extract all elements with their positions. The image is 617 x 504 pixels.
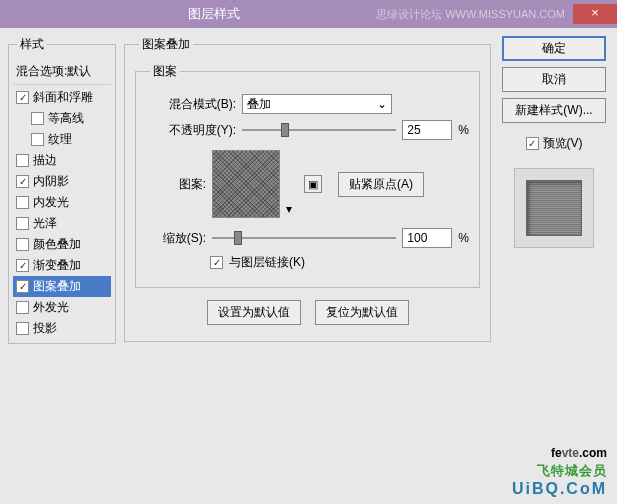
blend-defaults[interactable]: 混合选项:默认 [13, 61, 111, 85]
new-style-button[interactable]: 新建样式(W)... [502, 98, 606, 123]
style-label: 图案叠加 [33, 278, 81, 295]
chevron-down-icon: ⌄ [377, 97, 387, 111]
pattern-sub-legend: 图案 [150, 63, 180, 80]
style-label: 描边 [33, 152, 57, 169]
opacity-label: 不透明度(Y): [146, 122, 236, 139]
preview-checkbox[interactable] [526, 137, 539, 150]
style-label: 光泽 [33, 215, 57, 232]
style-item-7[interactable]: 颜色叠加 [13, 234, 111, 255]
style-label: 斜面和浮雕 [33, 89, 93, 106]
styles-legend: 样式 [17, 36, 47, 53]
new-pattern-icon[interactable]: ▣ [304, 175, 322, 193]
pattern-overlay-panel: 图案叠加 图案 混合模式(B): 叠加 ⌄ 不透明度(Y): % [124, 36, 491, 342]
style-item-6[interactable]: 光泽 [13, 213, 111, 234]
styles-panel: 样式 混合选项:默认 斜面和浮雕等高线纹理描边内阴影内发光光泽颜色叠加渐变叠加图… [8, 36, 116, 344]
preview-label: 预览(V) [543, 135, 583, 152]
chevron-down-icon[interactable]: ▾ [286, 202, 292, 216]
style-item-10[interactable]: 外发光 [13, 297, 111, 318]
style-label: 颜色叠加 [33, 236, 81, 253]
logo-watermark: fevte.com 飞特城会员 UiBQ.CoM [512, 441, 607, 498]
style-item-5[interactable]: 内发光 [13, 192, 111, 213]
style-item-1[interactable]: 等高线 [13, 108, 111, 129]
style-checkbox[interactable] [16, 196, 29, 209]
scale-label: 缩放(S): [146, 230, 206, 247]
style-item-11[interactable]: 投影 [13, 318, 111, 339]
style-label: 内发光 [33, 194, 69, 211]
pattern-label: 图案: [146, 176, 206, 193]
style-checkbox[interactable] [31, 133, 44, 146]
pattern-group: 图案 混合模式(B): 叠加 ⌄ 不透明度(Y): % 图案: [135, 63, 480, 288]
style-item-0[interactable]: 斜面和浮雕 [13, 87, 111, 108]
cancel-button[interactable]: 取消 [502, 67, 606, 92]
style-checkbox[interactable] [16, 154, 29, 167]
style-item-3[interactable]: 描边 [13, 150, 111, 171]
scale-input[interactable] [402, 228, 452, 248]
link-layer-label: 与图层链接(K) [229, 254, 305, 271]
close-button[interactable]: × [573, 4, 617, 24]
style-checkbox[interactable] [16, 175, 29, 188]
style-item-4[interactable]: 内阴影 [13, 171, 111, 192]
style-label: 外发光 [33, 299, 69, 316]
style-label: 渐变叠加 [33, 257, 81, 274]
title-bar: 图层样式 思绿设计论坛 WWW.MISSYUAN.COM × [0, 0, 617, 28]
scale-slider[interactable] [212, 229, 396, 247]
center-legend: 图案叠加 [139, 36, 193, 53]
blend-mode-select[interactable]: 叠加 ⌄ [242, 94, 392, 114]
window-title: 图层样式 [52, 5, 376, 23]
blend-mode-label: 混合模式(B): [146, 96, 236, 113]
preview-box [514, 168, 594, 248]
pattern-swatch[interactable] [212, 150, 280, 218]
style-checkbox[interactable] [16, 322, 29, 335]
style-checkbox[interactable] [16, 301, 29, 314]
style-label: 纹理 [48, 131, 72, 148]
watermark: 思绿设计论坛 WWW.MISSYUAN.COM [376, 7, 565, 22]
preview-swatch [526, 180, 582, 236]
snap-origin-button[interactable]: 贴紧原点(A) [338, 172, 424, 197]
style-item-2[interactable]: 纹理 [13, 129, 111, 150]
style-checkbox[interactable] [16, 280, 29, 293]
style-checkbox[interactable] [31, 112, 44, 125]
style-checkbox[interactable] [16, 238, 29, 251]
style-item-8[interactable]: 渐变叠加 [13, 255, 111, 276]
style-checkbox[interactable] [16, 259, 29, 272]
style-label: 内阴影 [33, 173, 69, 190]
style-checkbox[interactable] [16, 91, 29, 104]
style-label: 投影 [33, 320, 57, 337]
link-layer-checkbox[interactable] [210, 256, 223, 269]
opacity-input[interactable] [402, 120, 452, 140]
style-item-9[interactable]: 图案叠加 [13, 276, 111, 297]
pct-label: % [458, 123, 469, 137]
reset-default-button[interactable]: 复位为默认值 [315, 300, 409, 325]
set-default-button[interactable]: 设置为默认值 [207, 300, 301, 325]
ok-button[interactable]: 确定 [502, 36, 606, 61]
style-label: 等高线 [48, 110, 84, 127]
opacity-slider[interactable] [242, 121, 396, 139]
style-checkbox[interactable] [16, 217, 29, 230]
